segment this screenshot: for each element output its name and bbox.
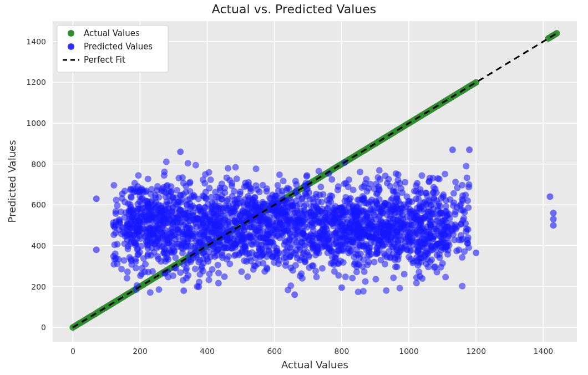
svg-point-2656	[338, 205, 345, 212]
svg-point-2331	[124, 231, 130, 237]
svg-point-2563	[184, 235, 191, 242]
svg-point-2312	[238, 268, 245, 275]
legend-marker-actual	[68, 30, 74, 37]
svg-point-1655	[147, 289, 154, 296]
svg-point-2076	[263, 188, 270, 195]
svg-text:600: 600	[31, 200, 46, 209]
svg-point-2660	[376, 237, 382, 244]
svg-point-1963	[118, 266, 125, 272]
svg-point-2672	[159, 186, 165, 193]
svg-point-2235	[144, 252, 151, 259]
svg-point-2489	[256, 246, 263, 253]
svg-point-2538	[292, 262, 299, 268]
svg-point-2635	[145, 237, 151, 244]
svg-text:800: 800	[334, 347, 349, 356]
svg-point-2617	[232, 164, 239, 171]
svg-point-1969	[414, 249, 421, 255]
svg-point-2536	[197, 271, 204, 278]
svg-point-2677	[180, 287, 187, 294]
svg-point-365	[419, 173, 425, 179]
svg-point-2364	[231, 197, 238, 204]
svg-point-2680	[338, 284, 345, 291]
svg-point-2315	[245, 210, 252, 217]
svg-text:1200: 1200	[466, 347, 486, 356]
svg-point-1365	[219, 181, 225, 188]
svg-point-2681	[449, 146, 456, 153]
svg-point-2631	[422, 199, 428, 205]
svg-point-2630	[271, 196, 277, 202]
svg-point-988	[397, 285, 403, 292]
svg-point-2652	[215, 216, 222, 223]
svg-point-1315	[394, 263, 401, 270]
svg-point-2558	[134, 246, 140, 253]
svg-point-2619	[237, 191, 244, 197]
svg-point-2678	[194, 283, 200, 290]
svg-point-2540	[148, 209, 154, 215]
svg-point-2072	[314, 243, 321, 250]
svg-point-2561	[246, 232, 253, 239]
svg-point-2285	[196, 230, 203, 237]
svg-point-2675	[93, 195, 100, 202]
svg-point-2015	[175, 201, 181, 208]
svg-point-2576	[250, 266, 257, 273]
svg-point-2637	[364, 188, 371, 195]
svg-point-2593	[225, 221, 231, 227]
svg-point-2319	[453, 226, 459, 232]
svg-point-2386	[286, 216, 293, 223]
svg-point-731	[192, 266, 199, 272]
x-axis-label: Actual Values	[281, 359, 348, 371]
svg-point-2545	[451, 237, 458, 244]
svg-point-2486	[280, 178, 287, 184]
svg-point-2592	[320, 222, 326, 229]
svg-point-2442	[251, 194, 258, 200]
svg-point-2454	[345, 246, 352, 252]
svg-point-1823	[374, 190, 381, 196]
svg-point-2611	[341, 229, 348, 236]
svg-point-1940	[236, 251, 242, 258]
svg-point-2523	[137, 187, 144, 194]
y-tick-labels: 0200400600800100012001400	[26, 37, 46, 332]
svg-point-2521	[301, 249, 307, 256]
svg-point-2367	[374, 205, 381, 211]
svg-point-2562	[155, 221, 162, 227]
svg-point-1739	[455, 246, 462, 253]
svg-point-518	[215, 262, 221, 268]
svg-point-2472	[442, 208, 449, 215]
svg-point-2578	[307, 209, 314, 215]
svg-point-2571	[344, 237, 351, 244]
svg-text:1000: 1000	[399, 347, 419, 356]
svg-point-2329	[412, 209, 419, 216]
svg-point-2161	[432, 263, 438, 270]
svg-text:1400: 1400	[534, 347, 554, 356]
svg-point-2411	[465, 234, 472, 241]
svg-point-2152	[285, 287, 291, 293]
svg-point-2526	[211, 253, 218, 260]
svg-point-2676	[177, 149, 184, 155]
svg-point-2603	[394, 239, 401, 245]
svg-point-2667	[174, 215, 180, 221]
svg-point-1264	[185, 160, 191, 166]
svg-point-2641	[328, 220, 335, 226]
svg-point-371	[221, 273, 228, 280]
svg-point-2232	[392, 199, 399, 205]
svg-point-2166	[246, 254, 253, 261]
svg-point-2565	[128, 185, 134, 192]
legend-marker-predicted	[68, 43, 74, 50]
svg-text:400: 400	[31, 241, 46, 250]
svg-point-2458	[251, 207, 257, 214]
svg-point-2347	[438, 240, 445, 247]
svg-point-2484	[229, 183, 235, 189]
svg-point-483	[362, 278, 369, 285]
svg-point-1911	[440, 194, 447, 200]
svg-point-2155	[367, 206, 374, 213]
svg-point-2546	[336, 212, 343, 219]
svg-point-2485	[323, 243, 330, 250]
svg-point-1995	[205, 258, 211, 265]
svg-point-1719	[383, 287, 389, 294]
svg-point-1072	[201, 180, 208, 187]
svg-point-2642	[239, 236, 245, 243]
svg-point-2608	[278, 207, 285, 214]
svg-point-2391	[424, 193, 430, 200]
chart-container: Actual vs. Predicted Values 020040060080…	[0, 0, 588, 375]
svg-point-2260	[113, 255, 119, 262]
